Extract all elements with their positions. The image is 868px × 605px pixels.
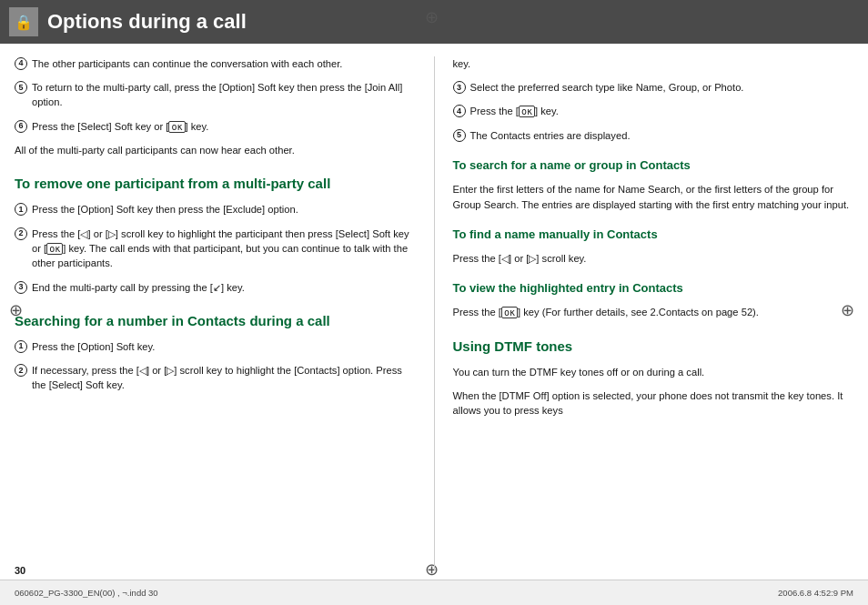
bullet-3r: 3 xyxy=(453,81,466,94)
footer: 060602_PG-3300_EN(00) , ¬.indd 30 2006.6… xyxy=(0,580,868,605)
item-text: Press the [ок] key. xyxy=(470,104,854,119)
main-content: 4 The other participants can continue th… xyxy=(0,44,868,580)
section6-text2: When the [DTMF Off] option is selected, … xyxy=(453,388,854,418)
bullet-5: 5 xyxy=(15,81,27,94)
bullet-2b: 2 xyxy=(15,364,27,377)
bullet-6: 6 xyxy=(15,120,27,133)
list-item: 2 If necessary, press the [◁] or [▷] scr… xyxy=(15,363,416,392)
list-item: 5 To return to the multi-party call, pre… xyxy=(15,80,416,109)
list-item: 3 Select the preferred search type like … xyxy=(453,80,854,95)
bullet-2: 2 xyxy=(15,227,27,240)
bullet-3: 3 xyxy=(15,281,27,294)
item-text: Press the [Select] Soft key or [ок] key. xyxy=(32,119,416,135)
bullet-4r: 4 xyxy=(453,105,466,117)
list-item: 4 Press the [ок] key. xyxy=(453,104,854,119)
footer-right: 2006.6.8 4:52:9 PM xyxy=(778,588,853,598)
item-text: To return to the multi-party call, press… xyxy=(32,80,416,109)
item-text: The Contacts entries are displayed. xyxy=(470,128,854,143)
page-title: Options during a call xyxy=(47,10,247,34)
section2-heading: Searching for a number in Contacts durin… xyxy=(15,311,416,330)
list-item: 5 The Contacts entries are displayed. xyxy=(453,128,854,143)
crosshair-top xyxy=(425,7,443,25)
section6-text1: You can turn the DTMF key tones off or o… xyxy=(453,365,854,379)
left-column: 4 The other participants can continue th… xyxy=(15,56,416,570)
list-item: 1 Press the [Option] Soft key. xyxy=(15,339,416,354)
section4-heading: To find a name manually in Contacts xyxy=(453,227,854,243)
section3-heading: To search for a name or group in Contact… xyxy=(453,157,854,174)
section1-heading: To remove one participant from a multi-p… xyxy=(15,174,416,193)
item-text: Press the [Option] Soft key. xyxy=(32,339,416,354)
column-divider xyxy=(434,56,435,570)
list-item: 2 Press the [◁] or [▷] scroll key to hig… xyxy=(15,227,416,271)
lock-icon: 🔒 xyxy=(9,7,38,36)
list-item: 1 Press the [Option] Soft key then press… xyxy=(15,202,416,217)
section5-heading: To view the highlighted entry in Contact… xyxy=(453,280,854,297)
section6-heading: Using DTMF tones xyxy=(453,337,854,356)
right-column: key. 3 Select the preferred search type … xyxy=(453,56,854,570)
list-item: 3 End the multi-party call by pressing t… xyxy=(15,280,416,295)
right-intro: key. xyxy=(453,56,854,71)
page: 🔒 Options during a call 4 The other part… xyxy=(0,0,868,605)
section5-text: Press the [ок] key (For further details,… xyxy=(453,305,854,320)
list-item: 4 The other participants can continue th… xyxy=(15,56,416,71)
page-number: 30 xyxy=(15,565,25,576)
item-text: If necessary, press the [◁] or [▷] scrol… xyxy=(32,363,416,392)
inter-text: All of the multi-party call participants… xyxy=(15,143,416,157)
list-item: 6 Press the [Select] Soft key or [ок] ke… xyxy=(15,119,416,135)
bullet-1b: 1 xyxy=(15,340,27,353)
section4-text: Press the [◁] or [▷] scroll key. xyxy=(453,251,854,266)
section3-text: Enter the first letters of the name for … xyxy=(453,182,854,211)
bullet-1: 1 xyxy=(15,203,27,216)
item-text: Press the [◁] or [▷] scroll key to highl… xyxy=(32,227,416,271)
item-text: Press the [Option] Soft key then press t… xyxy=(32,202,416,217)
bullet-5r: 5 xyxy=(453,129,466,142)
bullet-4: 4 xyxy=(15,57,27,70)
item-text: The other participants can continue the … xyxy=(32,56,416,71)
item-text: Select the preferred search type like Na… xyxy=(470,80,854,95)
footer-left: 060602_PG-3300_EN(00) , ¬.indd 30 xyxy=(15,588,158,598)
item-text: End the multi-party call by pressing the… xyxy=(32,280,416,295)
